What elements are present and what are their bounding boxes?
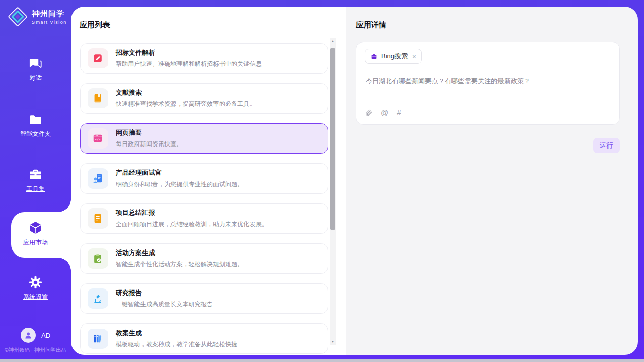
svg-text:</>: </>: [95, 137, 101, 141]
app-list-title: 应用列表: [80, 20, 110, 30]
app-card-list: 招标文件解析 帮助用户快速、准确地理解和解析招标书中的关键信息 文献搜索: [80, 43, 328, 355]
folder-icon: [28, 113, 43, 127]
app-logo: 神州问学 Smart Vision: [7, 6, 67, 27]
app-card-title: 研究报告: [116, 288, 213, 298]
app-card-title: 招标文件解析: [116, 48, 262, 57]
app-window: 神州问学 Smart Vision 对话 智能文件夹: [0, 0, 644, 362]
app-card-description: 帮助用户快速、准确地理解和解析招标书中的关键信息: [116, 60, 262, 68]
sidebar-item-settings[interactable]: 系统设置: [0, 275, 71, 301]
app-card-pm-interviewer[interactable]: 产品经理面试官 明确身份和职责，为您提供专业性的面试问题。: [80, 163, 328, 194]
list-scrollbar[interactable]: ▲ ▼: [330, 38, 336, 345]
clipboard-check-icon: [88, 248, 108, 269]
app-card-title: 活动方案生成: [116, 248, 243, 258]
app-card-activity-plan[interactable]: 活动方案生成 智能生成个性化活动方案，轻松解决规划难题。: [80, 243, 328, 274]
brand-name: 神州问学: [32, 9, 67, 19]
app-card-description: 明确身份和职责，为您提供专业性的面试问题。: [116, 180, 243, 189]
tag-close-icon[interactable]: ×: [412, 53, 416, 60]
edit-document-icon: [88, 48, 108, 68]
sidebar-item-app-market[interactable]: 应用市场: [0, 220, 71, 247]
logo-diamond-icon: [7, 6, 28, 27]
app-card-description: 智能生成个性化活动方案，轻松解决规划难题。: [116, 260, 243, 269]
chat-icon: [28, 56, 43, 70]
sidebar-item-toolset[interactable]: 工具集: [0, 167, 71, 193]
scroll-up-arrow-icon[interactable]: ▲: [330, 38, 336, 44]
hashtag-icon[interactable]: #: [397, 108, 401, 117]
cube-icon: [28, 220, 43, 235]
app-card-title: 教案生成: [116, 329, 237, 338]
sidebar-item-label: 系统设置: [0, 293, 71, 301]
app-card-literature-search[interactable]: 文献搜索 快速精准查找学术资源，提高研究效率的必备工具。: [80, 83, 328, 114]
paperclip-icon[interactable]: [365, 108, 373, 117]
briefcase-icon: [370, 53, 378, 60]
browser-code-icon: </>: [88, 128, 108, 149]
toolbox-icon: [28, 167, 43, 182]
app-detail-title: 应用详情: [356, 20, 386, 30]
sidebar-item-label: 对话: [0, 74, 71, 82]
query-input[interactable]: 今日湖北有哪些新闻要点？有哪些需要关注的最新政策？: [366, 77, 609, 86]
main-content: 应用列表 招标文件解析 帮助用户快速、准确地理解和解析招标书中的关键信息: [71, 7, 638, 355]
user-name: AD: [41, 332, 50, 339]
app-card-description: 一键智能生成高质量长文本研究报告: [116, 300, 213, 309]
app-card-research-report[interactable]: 研究报告 一键智能生成高质量长文本研究报告: [80, 283, 328, 314]
user-account[interactable]: AD: [0, 328, 71, 343]
app-card-title: 文献搜索: [116, 88, 256, 97]
app-detail-panel: 应用详情 Bing搜索 × 今日湖北有哪些新闻要点？有哪些需要关注的最新政策？ …: [346, 7, 638, 355]
sidebar-item-label: 工具集: [0, 185, 71, 193]
avatar: [21, 328, 36, 343]
app-list-panel: 应用列表 招标文件解析 帮助用户快速、准确地理解和解析招标书中的关键信息: [71, 7, 346, 355]
app-card-web-summary[interactable]: </> 网页摘要 每日政府新闻资讯快查。: [80, 123, 328, 154]
app-card-description: 每日政府新闻资讯快查。: [116, 140, 183, 149]
tool-tag-bing-search[interactable]: Bing搜索 ×: [365, 49, 422, 64]
person-icon: [24, 331, 33, 340]
copyright-text: ©神州数码 · 神州问学出品: [0, 347, 71, 354]
app-card-description: 快速精准查找学术资源，提高研究效率的必备工具。: [116, 100, 256, 108]
app-card-description: 模板驱动，教案秒成，教学准备从此轻松快捷: [116, 340, 237, 349]
sidebar: 神州问学 Smart Vision 对话 智能文件夹: [0, 0, 71, 359]
app-card-title: 产品经理面试官: [116, 168, 243, 177]
book-icon: [88, 88, 108, 108]
sidebar-item-chat[interactable]: 对话: [0, 56, 71, 82]
books-icon: [88, 329, 108, 349]
app-card-bid-analysis[interactable]: 招标文件解析 帮助用户快速、准确地理解和解析招标书中的关键信息: [80, 43, 328, 74]
sidebar-item-smart-folder[interactable]: 智能文件夹: [0, 113, 71, 138]
sidebar-item-label: 智能文件夹: [0, 130, 71, 138]
run-button[interactable]: 运行: [593, 138, 620, 153]
app-card-title: 项目总结汇报: [116, 208, 268, 218]
report-document-icon: [88, 208, 108, 229]
mention-icon[interactable]: @: [381, 108, 388, 117]
scroll-down-arrow-icon[interactable]: ▼: [330, 339, 336, 345]
brand-subtitle: Smart Vision: [32, 20, 67, 25]
tool-tag-label: Bing搜索: [381, 52, 408, 61]
prompt-card: Bing搜索 × 今日湖北有哪些新闻要点？有哪些需要关注的最新政策？ @ #: [356, 42, 620, 125]
window-bottom-edge: [0, 359, 644, 362]
app-card-lesson-plan[interactable]: 教案生成 模板驱动，教案秒成，教学准备从此轻松快捷: [80, 323, 328, 354]
microscope-icon: [88, 288, 108, 309]
gear-icon: [28, 275, 43, 289]
app-card-project-summary[interactable]: 项目总结汇报 全面回顾项目进展，总结经验教训，助力未来优化发展。: [80, 203, 328, 234]
scrollbar-thumb[interactable]: [330, 48, 335, 230]
app-card-description: 全面回顾项目进展，总结经验教训，助力未来优化发展。: [116, 220, 268, 229]
app-card-title: 网页摘要: [116, 128, 183, 137]
sidebar-item-label: 应用市场: [0, 238, 71, 247]
input-toolbar: @ #: [365, 108, 401, 117]
interviewer-icon: [88, 168, 108, 189]
